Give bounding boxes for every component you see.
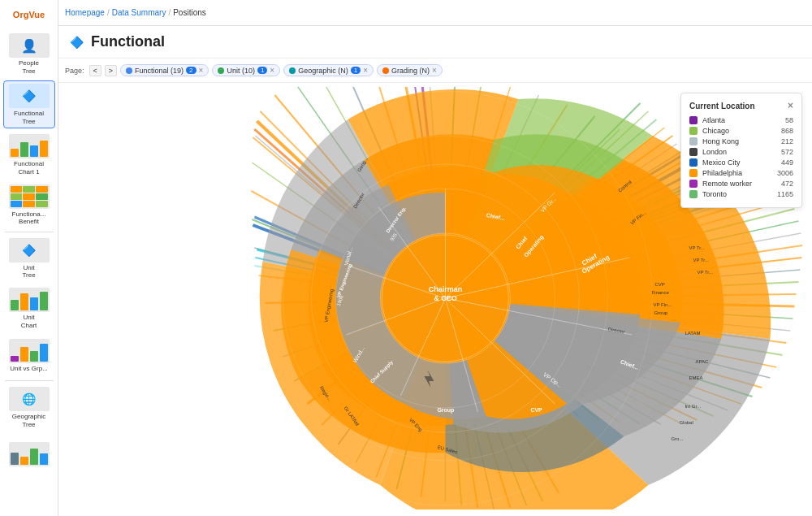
svg-text:VP Tr...: VP Tr... xyxy=(697,270,713,275)
legend-items: Atlanta 58 Chicago 868 Hong Kong 212 Lon… xyxy=(689,116,793,198)
grading-chip-close[interactable]: × xyxy=(432,66,437,75)
page-header: 🔷 Functional xyxy=(58,26,812,59)
unit-chip-close[interactable]: × xyxy=(270,66,274,75)
unit-dot xyxy=(218,67,224,74)
breadcrumb-datasummary[interactable]: Data Summary xyxy=(112,8,166,17)
legend-row-philadelphia: Philadelphia 3006 xyxy=(689,169,793,177)
geographic-chip-close[interactable]: × xyxy=(363,66,368,75)
legend-color-hongkong xyxy=(689,137,698,145)
functional-chip-label: Functional (19) xyxy=(135,67,184,75)
grading-chip-label: Grading (N) xyxy=(391,67,430,75)
unit-chip-label: Unit (10) xyxy=(227,67,255,75)
legend-row-hongkong: Hong Kong 212 xyxy=(689,137,793,145)
legend-row-london: London 572 xyxy=(689,148,793,156)
legend-row-chicago: Chicago 868 xyxy=(689,127,793,135)
geographic-dot xyxy=(289,67,296,74)
sidebar-item-unit-tree[interactable]: 🔷 UnitTree xyxy=(3,236,55,282)
legend-row-remoteworker: Remote worker 472 xyxy=(689,180,793,188)
svg-text:LATAM: LATAM xyxy=(685,331,700,336)
breadcrumb-sep-1: / xyxy=(107,8,110,17)
sidebar-item-functional-tree[interactable]: 🔷 FunctionalTree xyxy=(3,80,55,128)
page-next-btn[interactable]: > xyxy=(105,65,117,76)
unit-vs-grp-thumbnail xyxy=(9,339,50,363)
functional-chart1-thumbnail xyxy=(9,134,50,158)
legend-color-mexicocity xyxy=(689,158,698,167)
legend-color-london xyxy=(689,148,698,156)
legend-value-mexicocity: 449 xyxy=(781,158,793,167)
svg-text:VP Tr...: VP Tr... xyxy=(689,245,705,250)
sidebar-item-bottom[interactable] xyxy=(3,434,55,476)
legend-value-hongkong: 212 xyxy=(781,137,793,145)
svg-text:Gro...: Gro... xyxy=(671,436,683,441)
svg-text:VP Fin...: VP Fin... xyxy=(653,302,672,307)
legend-label-philadelphia: Philadelphia xyxy=(702,169,772,177)
sidebar: OrgVue 👤 PeopleTree 🔷 FunctionalTree Fun… xyxy=(0,0,58,516)
filter-chip-grading[interactable]: Grading (N) × xyxy=(377,64,443,76)
legend-close-btn[interactable]: × xyxy=(788,100,793,111)
svg-text:CVP: CVP xyxy=(530,407,542,413)
legend-label-remoteworker: Remote worker xyxy=(702,180,776,188)
sidebar-item-people-label: PeopleTree xyxy=(19,59,39,75)
legend-label-london: London xyxy=(702,148,776,156)
svg-text:APAC: APAC xyxy=(695,359,709,364)
people-thumbnail: 👤 xyxy=(9,33,50,58)
geographic-chip-count: 1 xyxy=(351,67,361,74)
filter-chip-geographic[interactable]: Geographic (N) 1 × xyxy=(283,64,374,76)
legend-title: Current Location × xyxy=(689,100,793,111)
sidebar-item-functional-benefit-label: Functiona...Benefit xyxy=(12,210,46,226)
sidebar-divider-1 xyxy=(5,232,54,232)
sidebar-item-unit-chart[interactable]: UnitChart xyxy=(3,285,55,332)
functional-dot xyxy=(126,67,132,74)
breadcrumb-homepage[interactable]: Homepage xyxy=(65,8,105,17)
main-content: Homepage / Data Summary / Positions 🔷 Fu… xyxy=(58,0,812,516)
functional-tree-thumbnail: 🔷 xyxy=(9,84,50,108)
legend-label-toronto: Toronto xyxy=(702,190,772,198)
bottom-thumbnail xyxy=(9,442,50,466)
app-logo[interactable]: OrgVue xyxy=(5,3,54,26)
legend-box: Current Location × Atlanta 58 Chicago 86… xyxy=(680,93,802,208)
legend-color-remoteworker xyxy=(689,180,698,188)
functional-chip-close[interactable]: × xyxy=(199,66,204,75)
legend-color-atlanta xyxy=(689,116,698,124)
sidebar-item-functional-tree-label: FunctionalTree xyxy=(14,110,44,125)
breadcrumb: Homepage / Data Summary / Positions xyxy=(65,8,206,17)
filter-chip-functional[interactable]: Functional (19) 2 × xyxy=(120,64,209,76)
sidebar-item-unit-chart-label: UnitChart xyxy=(21,314,37,329)
sidebar-item-unit-vs-grp[interactable]: Unit vs Grp... xyxy=(3,335,55,377)
legend-value-remoteworker: 472 xyxy=(781,180,793,188)
legend-label-atlanta: Atlanta xyxy=(702,116,780,124)
functional-chip-count: 2 xyxy=(186,67,196,74)
legend-label-mexicocity: Mexico City xyxy=(702,158,776,167)
legend-color-toronto xyxy=(689,190,698,198)
legend-label-hongkong: Hong Kong xyxy=(702,137,776,145)
filter-bar: Page: < > Functional (19) 2 × Unit (10) … xyxy=(58,59,812,83)
sidebar-item-unit-vs-grp-label: Unit vs Grp... xyxy=(10,365,48,373)
legend-value-atlanta: 58 xyxy=(785,116,793,124)
logo-text: OrgVue xyxy=(13,10,45,20)
filter-chip-unit[interactable]: Unit (10) 1 × xyxy=(212,64,280,76)
page-title-icon: 🔷 xyxy=(68,34,84,50)
breadcrumb-positions: Positions xyxy=(173,8,206,17)
grading-dot xyxy=(382,67,389,74)
sidebar-item-geographic[interactable]: 🌐 GeographicTree xyxy=(3,384,55,431)
chart-area[interactable]: Chief Operating Chief... CVP Group Chief… xyxy=(58,83,812,516)
svg-text:Group: Group xyxy=(654,310,667,315)
page-prev-btn[interactable]: < xyxy=(89,65,102,76)
legend-value-toronto: 1165 xyxy=(777,190,793,198)
svg-text:EMEA: EMEA xyxy=(689,375,702,380)
legend-color-chicago xyxy=(689,127,698,135)
legend-color-philadelphia xyxy=(689,169,698,177)
legend-row-mexicocity: Mexico City 449 xyxy=(689,158,793,167)
sidebar-item-unit-tree-label: UnitTree xyxy=(22,264,35,280)
geographic-thumbnail: 🌐 xyxy=(9,387,50,411)
sidebar-item-functional-benefit[interactable]: Functiona...Benefit xyxy=(3,182,55,228)
svg-text:VP Tr...: VP Tr... xyxy=(693,258,709,262)
sidebar-item-geographic-label: GeographicTree xyxy=(12,413,45,428)
legend-label-chicago: Chicago xyxy=(702,127,776,135)
legend-value-london: 572 xyxy=(781,148,793,156)
sidebar-item-functional-chart1[interactable]: FunctionalChart 1 xyxy=(3,132,55,178)
svg-text:Finance: Finance xyxy=(651,290,669,295)
legend-value-chicago: 868 xyxy=(781,127,793,135)
svg-text:CVP: CVP xyxy=(654,282,664,287)
sidebar-item-people[interactable]: 👤 PeopleTree xyxy=(3,31,55,77)
